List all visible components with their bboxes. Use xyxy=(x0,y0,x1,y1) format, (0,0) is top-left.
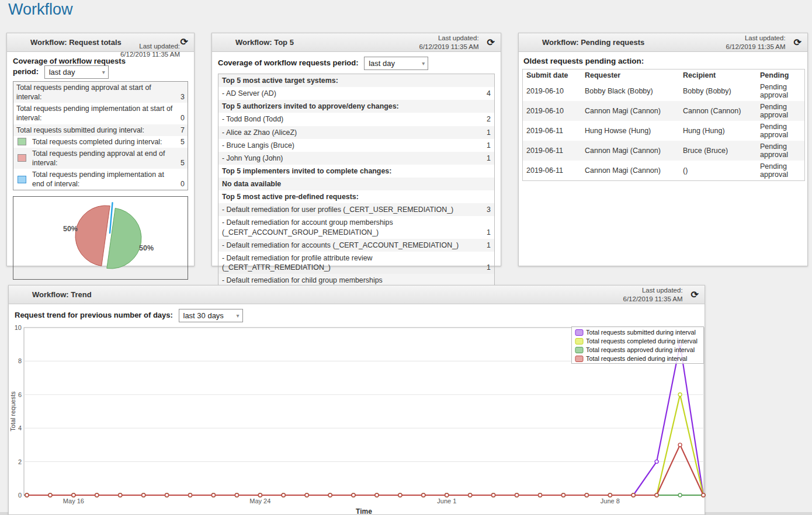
table-cell: 2019-06-11 xyxy=(523,141,582,161)
panel-request-totals: Workflow: Request totals Last updated: 6… xyxy=(6,33,195,266)
pending-table-head: Submit dateRequesterRecipientPending xyxy=(523,69,805,82)
list-item-value: 2 xyxy=(487,114,491,124)
page-title: Workflow xyxy=(8,1,73,19)
legend-swatch-icon xyxy=(18,138,26,145)
list-item-label: Top 5 most active pre-defined requests: xyxy=(222,192,491,201)
svg-text:8: 8 xyxy=(18,357,22,364)
stat-value: 5 xyxy=(181,137,185,147)
list-item-label: - Default remediation for profile attrib… xyxy=(222,253,482,272)
svg-text:50%: 50% xyxy=(63,225,78,233)
list-item-label: - Todd Bond (Todd) xyxy=(222,114,482,124)
svg-text:2: 2 xyxy=(18,458,22,465)
list-item: - Todd Bond (Todd)2 xyxy=(218,113,494,126)
table-cell: Cannon Magi (Cannon) xyxy=(581,101,679,121)
list-item-label: Top 5 implementers invited to complete c… xyxy=(222,166,491,176)
list-item-label: - Default remediation for accounts (_CER… xyxy=(222,241,482,250)
list-item-value: 1 xyxy=(487,128,491,137)
table-row: 2019-06-11Hung Howse (Hung)Hung (Hung)Pe… xyxy=(523,121,805,141)
stat-value: 7 xyxy=(181,126,185,135)
table-row: 2019-06-10Cannon Magi (Cannon)Cannon (Ca… xyxy=(523,101,805,121)
refresh-icon[interactable]: ⟳ xyxy=(178,37,190,47)
stat-list: Total requests pending approval at start… xyxy=(13,81,188,190)
last-updated: Last updated: 6/12/2019 11:35 AM xyxy=(623,286,683,303)
list-item-label: - Default remediation for account group … xyxy=(222,218,482,236)
table-cell: Bobby (Bobby) xyxy=(679,81,757,101)
chevron-down-icon: ▾ xyxy=(102,69,105,75)
trend-period-select-value: last 30 days xyxy=(183,311,224,320)
list-item-value: 1 xyxy=(487,228,491,237)
last-updated-label: Last updated: xyxy=(726,34,786,42)
list-item-label: Top 5 authorizers invited to approve/den… xyxy=(222,102,491,111)
last-updated-label: Last updated: xyxy=(120,42,180,50)
list-item-value: 1 xyxy=(487,154,491,163)
list-item: Top 5 most active target systems: xyxy=(218,74,494,87)
table-cell: Cannon (Cannon) xyxy=(679,101,757,121)
list-item: Top 5 authorizers invited to approve/den… xyxy=(218,100,494,113)
panel-title: Workflow: Pending requests xyxy=(542,38,726,47)
list-item-label: - Alice az Zhao (AliceZ) xyxy=(222,128,482,137)
column-header: Submit date xyxy=(523,69,582,82)
svg-text:0: 0 xyxy=(18,492,22,499)
list-item: - Default remediation for accounts (_CER… xyxy=(218,239,494,252)
list-item-value: 4 xyxy=(487,89,491,98)
stat-row: Total requests pending approval at end o… xyxy=(13,148,188,169)
svg-text:Total requests submitted durin: Total requests submitted during interval xyxy=(586,329,696,336)
list-item-value: 1 xyxy=(487,141,491,150)
stat-row: Total requests pending approval at start… xyxy=(13,82,188,103)
list-item: No data available xyxy=(218,178,494,190)
top5-list: Top 5 most active target systems:- AD Se… xyxy=(218,74,495,297)
refresh-icon[interactable]: ⟳ xyxy=(485,38,497,47)
last-updated: Last updated: 6/12/2019 11:35 AM xyxy=(120,42,180,59)
list-item: - AD Server (AD)4 xyxy=(218,87,494,100)
svg-text:4: 4 xyxy=(18,424,22,432)
panel-header: Workflow: Top 5 Last updated: 6/12/2019 … xyxy=(212,33,501,52)
stat-row: Total requests submitted during interval… xyxy=(13,124,188,136)
table-cell: Pending approval xyxy=(757,101,805,121)
list-item: Top 5 most active pre-defined requests: xyxy=(218,190,494,203)
table-cell: 2019-06-10 xyxy=(523,101,582,121)
svg-text:Time: Time xyxy=(356,507,372,515)
panel-title: Workflow: Trend xyxy=(32,290,623,299)
last-updated-value: 6/12/2019 11:35 AM xyxy=(726,43,786,51)
period-select[interactable]: last day ▾ xyxy=(364,57,428,70)
last-updated-label: Last updated: xyxy=(419,34,479,42)
period-filter: Coverage of workflow requests period: la… xyxy=(218,57,495,70)
table-cell: 2019-06-11 xyxy=(523,161,582,181)
list-item-label: No data available xyxy=(222,179,491,189)
table-cell: Pending approval xyxy=(757,121,805,141)
stat-label: Total requests submitted during interval… xyxy=(16,126,176,135)
last-updated-value: 6/12/2019 11:35 AM xyxy=(623,295,683,303)
list-item: - Bruce Langis (Bruce)1 xyxy=(218,139,494,152)
table-cell: 2019-06-10 xyxy=(523,81,582,101)
svg-text:Total requests approved during: Total requests approved during interval xyxy=(586,346,695,353)
table-row: 2019-06-11Cannon Magi (Cannon)()Pending … xyxy=(523,161,805,181)
panel-pending-requests: Workflow: Pending requests Last updated:… xyxy=(518,33,808,266)
list-item-label: - Bruce Langis (Bruce) xyxy=(222,141,482,150)
table-cell: Hung Howse (Hung) xyxy=(581,121,679,141)
list-item-label: Top 5 most active target systems: xyxy=(222,76,491,85)
period-label: Coverage of workflow requests period: xyxy=(218,58,359,67)
chevron-down-icon: ▾ xyxy=(236,312,239,319)
chevron-down-icon: ▾ xyxy=(422,60,425,67)
table-cell: Pending approval xyxy=(757,161,805,181)
refresh-icon[interactable]: ⟳ xyxy=(792,38,804,47)
stat-label: Total requests completed during interval… xyxy=(32,137,176,147)
list-item: - Alice az Zhao (AliceZ)1 xyxy=(218,126,494,139)
pending-table-body: 2019-06-10Bobby Black (Bobby)Bobby (Bobb… xyxy=(523,81,805,181)
pie-chart: 50%50% xyxy=(13,196,188,280)
last-updated: Last updated: 6/12/2019 11:35 AM xyxy=(726,34,786,51)
stat-label: Total requests pending approval at end o… xyxy=(32,149,176,168)
list-item-label: - AD Server (AD) xyxy=(222,89,482,98)
list-item-value: 1 xyxy=(487,263,491,272)
table-cell: Pending approval xyxy=(757,141,805,161)
period-select[interactable]: last day ▾ xyxy=(44,65,109,79)
list-item: - John Yung (John)1 xyxy=(218,152,494,165)
trend-chart: 0246810May 16May 24June 1June 8TimeTotal… xyxy=(9,321,706,515)
panel-trend: Workflow: Trend Last updated: 6/12/2019 … xyxy=(8,285,705,515)
list-item-value: 3 xyxy=(487,205,491,214)
stat-value: 0 xyxy=(181,113,185,123)
refresh-icon[interactable]: ⟳ xyxy=(689,290,701,300)
period-select-value: last day xyxy=(49,68,75,76)
period-filter: Coverage of workflow requests period: la… xyxy=(13,57,141,79)
legend-swatch-icon xyxy=(18,154,26,162)
